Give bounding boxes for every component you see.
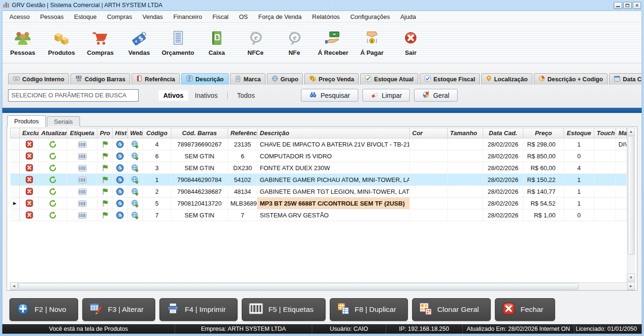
cell-ma[interactable] <box>616 162 627 174</box>
toolbar-a-receber[interactable]: Á Receber <box>314 30 353 56</box>
horizontal-scrollbar[interactable]: ◄ ► <box>10 282 635 290</box>
cell-tamanho[interactable] <box>448 174 483 186</box>
cell-touch[interactable] <box>594 198 616 209</box>
cell-estoque[interactable]: 0 <box>564 150 594 162</box>
table-row[interactable]: 5 7908120413720 MLB368979530 MP3 BT 25W … <box>10 198 627 209</box>
cell-barras[interactable]: 7898736690267 <box>171 138 228 150</box>
clonar-geral-button[interactable]: Clonar Geral <box>412 298 491 321</box>
pro-flag-button[interactable] <box>97 174 113 186</box>
col-header-descricao[interactable]: Descrição <box>257 128 410 138</box>
pro-flag-button[interactable] <box>97 150 113 162</box>
filter-tab-codigo-barras[interactable]: 123 Código Barras <box>71 73 130 85</box>
pro-flag-button[interactable] <box>97 186 113 198</box>
menu-forca-de-venda[interactable]: Força de Venda <box>253 13 307 20</box>
scroll-down-button[interactable]: ▼ <box>627 274 635 282</box>
cell-preco[interactable]: R$ 54,52 <box>523 198 564 209</box>
col-header-web[interactable]: Web <box>128 128 143 138</box>
delete-row-button[interactable] <box>20 162 39 174</box>
col-header-data[interactable]: Data Cad. <box>483 128 523 138</box>
menu-relatorios[interactable]: Relatórios <box>307 13 345 20</box>
cell-estoque[interactable]: 0 <box>564 209 594 221</box>
maximize-button[interactable] <box>623 2 632 9</box>
fechar-button[interactable]: Fechar <box>495 298 555 321</box>
table-row[interactable]: 4 7898736690267 23135 CHAVE DE IMPACTO A… <box>10 138 627 150</box>
col-header-excluir[interactable]: Excluir <box>20 128 39 138</box>
cell-barras[interactable]: 7908120413720 <box>171 198 228 209</box>
col-header-barras[interactable]: Cód. Barras <box>171 128 228 138</box>
horizontal-scroll-track[interactable] <box>18 282 627 290</box>
cell-descricao[interactable]: GABINETE GAMER TGT LEGION, MINI-TOWER, L… <box>257 186 410 198</box>
cell-ma[interactable] <box>616 198 627 209</box>
cell-preco[interactable]: R$ 140,77 <box>523 186 564 198</box>
filter-tab-estoque-fiscal[interactable]: Estoque Fiscal <box>420 73 480 85</box>
menu-acesso[interactable]: Acesso <box>4 13 35 20</box>
cell-touch[interactable] <box>594 209 616 221</box>
col-header-estoque[interactable]: Estoque <box>564 128 594 138</box>
cell-preco[interactable]: R$ 1,00 <box>523 209 564 221</box>
cell-descricao[interactable]: MP3 BT 25W 6688T C/CONTROLE SEM TF (2USB… <box>257 198 410 209</box>
cell-preco[interactable]: R$ 298,00 <box>523 138 564 150</box>
cell-estoque[interactable]: 1 <box>564 138 594 150</box>
hist-button[interactable] <box>113 198 128 209</box>
search-input[interactable] <box>8 89 139 102</box>
menu-fiscal[interactable]: Fiscal <box>207 13 234 20</box>
cell-cor[interactable] <box>410 138 448 150</box>
cell-codigo[interactable]: 6 <box>143 150 171 162</box>
cell-data-cad[interactable]: 28/02/2026 <box>483 186 523 198</box>
cell-barras[interactable]: 7908446238687 <box>171 186 228 198</box>
cell-cor[interactable] <box>410 150 448 162</box>
cell-ma[interactable] <box>616 186 627 198</box>
filter-tab-data-cadastro[interactable]: Data Cadastro <box>609 73 642 85</box>
vertical-scrollbar[interactable]: ▲ ▼ <box>627 128 635 282</box>
cell-touch[interactable] <box>594 174 616 186</box>
table-row[interactable]: 3 SEM GTIN DX230 FONTE ATX DUEX 230W 28/… <box>10 162 627 174</box>
col-header-cor[interactable]: Cor <box>410 128 448 138</box>
cell-data-cad[interactable]: 28/02/2026 <box>483 209 523 221</box>
hist-button[interactable] <box>113 174 128 186</box>
toolbar-sair[interactable]: Sair <box>391 30 430 56</box>
col-header-preco[interactable]: Preço <box>523 128 564 138</box>
col-header-etiqueta[interactable]: Etiqueta <box>67 128 97 138</box>
cell-estoque[interactable]: 1 <box>564 174 594 186</box>
cell-preco[interactable]: R$ 850,00 <box>523 150 564 162</box>
cell-ma[interactable]: DIV <box>616 138 627 150</box>
cell-data-cad[interactable]: 28/02/2026 <box>483 150 523 162</box>
cell-cor[interactable] <box>410 174 448 186</box>
delete-row-button[interactable] <box>20 209 39 221</box>
toolbar-vendas[interactable]: $ Vendas <box>120 30 159 56</box>
hist-button[interactable] <box>113 138 128 150</box>
menu-os[interactable]: OS <box>234 13 253 20</box>
cell-descricao[interactable]: COMPUTADOR I5 VIDRO <box>257 150 410 162</box>
cell-descricao[interactable]: SISTEMA GRV GESTÃO <box>257 209 410 221</box>
col-header-codigo[interactable]: Código <box>143 128 171 138</box>
menu-estoque[interactable]: Estoque <box>69 13 102 20</box>
menu-configuracoes[interactable]: Configurações <box>345 13 395 20</box>
col-header-tamanho[interactable]: Tamanho <box>448 128 483 138</box>
pro-flag-button[interactable] <box>97 138 113 150</box>
cell-tamanho[interactable] <box>448 209 483 221</box>
cell-tamanho[interactable] <box>448 138 483 150</box>
hist-button[interactable] <box>113 162 128 174</box>
cell-tamanho[interactable] <box>448 150 483 162</box>
hist-button[interactable] <box>113 150 128 162</box>
cell-ma[interactable] <box>616 174 627 186</box>
menu-compras[interactable]: Compras <box>102 13 137 20</box>
web-button[interactable] <box>128 138 143 150</box>
menu-financeiro[interactable]: Financeiro <box>168 13 207 20</box>
limpar-button[interactable]: Limpar <box>362 89 410 102</box>
pro-flag-button[interactable] <box>97 198 113 209</box>
cell-codigo[interactable]: 1 <box>143 174 171 186</box>
cell-barras[interactable]: SEM GTIN <box>171 150 228 162</box>
refresh-row-button[interactable] <box>39 162 67 174</box>
cell-touch[interactable] <box>594 186 616 198</box>
menu-ajuda[interactable]: Ajuda <box>395 13 421 20</box>
web-button[interactable] <box>128 209 143 221</box>
minimize-button[interactable] <box>614 2 622 9</box>
cell-estoque[interactable]: 1 <box>564 186 594 198</box>
etiqueta-row-button[interactable] <box>67 186 97 198</box>
delete-row-button[interactable] <box>20 150 39 162</box>
delete-row-button[interactable] <box>20 138 39 150</box>
f8-duplicar-button[interactable]: F8 | Duplicar <box>330 298 408 321</box>
f5-etiquetas-button[interactable]: F5 | Etiquetas <box>242 298 325 321</box>
scroll-up-button[interactable]: ▲ <box>627 128 635 136</box>
